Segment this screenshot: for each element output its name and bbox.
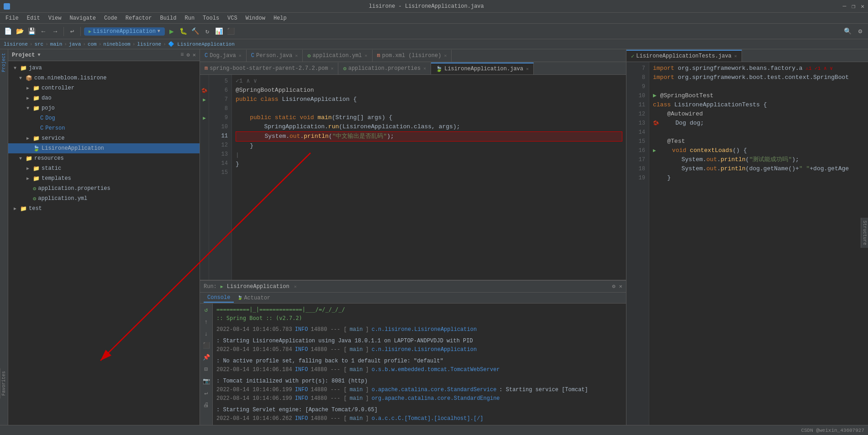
tree-pojo[interactable]: ▼ 📁 pojo — [8, 103, 200, 113]
tab-console[interactable]: Console — [204, 293, 234, 303]
right-code-content[interactable]: import org.springframework.beans.factory… — [649, 62, 868, 435]
menu-vcs[interactable]: VCS — [224, 14, 241, 22]
tab-lisirone-app[interactable]: 🍃 LisironeApplication.java ✕ — [431, 63, 534, 74]
run-button[interactable]: ▶ — [167, 26, 177, 37]
debug-button[interactable]: 🐛 — [179, 26, 189, 37]
forward-btn[interactable]: → — [50, 26, 60, 37]
breadcrumb-com[interactable]: com — [88, 42, 97, 47]
tree-dao[interactable]: ▶ 📁 dao — [8, 93, 200, 103]
menu-file[interactable]: File — [2, 14, 22, 22]
right-line-numbers: 7 8 9 10 11 12 13 14 15 16 17 18 19 — [626, 62, 649, 435]
tab-yml-close[interactable]: ✕ — [365, 53, 368, 58]
back-btn[interactable]: ← — [38, 26, 48, 37]
tab-person-close[interactable]: ✕ — [295, 53, 298, 58]
code-content[interactable]: ✓1 ∧ ∨ @SpringBootApplication public cla… — [232, 75, 626, 280]
stop-button[interactable]: ⬛ — [226, 26, 236, 37]
tab-dog-close[interactable]: ✕ — [239, 53, 242, 58]
tree-resources[interactable]: ▼ 📁 resources — [8, 153, 200, 163]
tab-pom-close[interactable]: ✕ — [444, 53, 447, 58]
print-btn[interactable]: 🖨 — [202, 400, 211, 409]
tree-app-yml[interactable]: ▶ ⚙ application.yml — [8, 194, 200, 204]
run-close-icon[interactable]: ✕ — [619, 283, 622, 290]
tab-parent-pom[interactable]: m spring-boot-starter-parent-2.7.2.pom ✕ — [200, 63, 338, 74]
run-settings-icon[interactable]: ⚙ — [612, 283, 615, 290]
breadcrumb-app[interactable]: 🔷 LisironeApplication — [168, 41, 235, 47]
scroll-up-btn[interactable]: ↑ — [202, 317, 211, 326]
tree-java[interactable]: ▼ 📁 java — [8, 63, 200, 73]
tab-appprops-close[interactable]: ✕ — [423, 66, 426, 71]
minimize-btn[interactable]: — — [843, 3, 847, 10]
editor-code-area[interactable]: 🫘 ▶ ▶ 5 6 7 8 9 — [200, 75, 626, 280]
tree-lisirone-app[interactable]: ▶ 🍃 LisironeApplication — [8, 143, 200, 153]
right-tab-bar: ✓ LisironeApplicationTests.java ✕ — [626, 49, 868, 62]
tree-dog[interactable]: ▶ C Dog — [8, 113, 200, 123]
settings-tree-icon[interactable]: ⚙ — [187, 52, 190, 58]
close-panel-icon[interactable]: ✕ — [193, 52, 196, 58]
title-bar-controls[interactable]: — ❐ ✕ — [843, 3, 864, 10]
search-everywhere-btn[interactable]: 🔍 — [842, 26, 852, 37]
menu-help[interactable]: Help — [270, 14, 290, 22]
maximize-btn[interactable]: ❐ — [852, 3, 855, 10]
filter-btn[interactable]: ⊟ — [202, 365, 211, 374]
tab-person-java[interactable]: C Person.java ✕ — [247, 50, 303, 62]
sync-btn[interactable]: ↻ — [202, 26, 212, 37]
breadcrumb-java[interactable]: java — [69, 42, 81, 47]
wrap-btn[interactable]: ↵ — [202, 388, 211, 398]
tree-static[interactable]: ▶ 📁 static — [8, 163, 200, 173]
tree-com[interactable]: ▼ 📦 com.ninebloom.lisirone — [8, 73, 200, 83]
structure-tab[interactable]: Structure — [861, 218, 868, 248]
pin-btn[interactable]: 📌 — [202, 353, 211, 362]
menu-navigate[interactable]: Navigate — [66, 14, 100, 22]
tests-tab-close[interactable]: ✕ — [734, 53, 737, 59]
favorites-tab[interactable]: Favorites — [0, 368, 7, 398]
breadcrumb-src[interactable]: src — [34, 42, 43, 47]
save-all-btn[interactable]: 💾 — [26, 26, 37, 37]
coverage-btn[interactable]: 📊 — [214, 26, 224, 37]
menu-view[interactable]: View — [45, 14, 65, 22]
menu-refactor[interactable]: Refactor — [122, 14, 156, 22]
close-btn[interactable]: ✕ — [861, 3, 864, 10]
tree-test[interactable]: ▶ 📁 test — [8, 204, 200, 214]
right-editor-content[interactable]: 7 8 9 10 11 12 13 14 15 16 17 18 19 impo… — [626, 62, 868, 435]
breadcrumb-lisirone2[interactable]: lisirone — [137, 42, 161, 47]
undo-btn[interactable]: ↩ — [67, 26, 77, 37]
menu-edit[interactable]: Edit — [23, 14, 44, 22]
scroll-down-btn[interactable]: ↓ — [202, 329, 211, 338]
camera-btn[interactable]: 📷 — [202, 377, 211, 386]
console-output[interactable]: ==========|_|=============|___/=/_/_/_/ … — [213, 304, 626, 435]
tab-pom-xml[interactable]: m pom.xml (lisirone) ✕ — [373, 50, 452, 62]
collapse-all-icon[interactable]: ≡ — [180, 52, 184, 58]
menu-tools[interactable]: Tools — [199, 14, 223, 22]
new-file-btn[interactable]: 📄 — [3, 26, 13, 37]
tab-parent-close[interactable]: ✕ — [331, 66, 333, 71]
tree-templates[interactable]: ▶ 📁 templates — [8, 173, 200, 183]
menu-code[interactable]: Code — [100, 14, 121, 22]
menu-window[interactable]: Window — [242, 14, 269, 22]
tab-tests-java[interactable]: ✓ LisironeApplicationTests.java ✕ — [626, 50, 742, 62]
build-btn[interactable]: 🔨 — [190, 26, 200, 37]
breadcrumb-main[interactable]: main — [50, 42, 62, 47]
run-close[interactable]: ✕ — [294, 284, 297, 289]
tree-person[interactable]: ▶ C Person — [8, 123, 200, 133]
annotation-autowired: @ — [667, 110, 671, 119]
tab-dog-java[interactable]: C Dog.java ✕ — [200, 50, 247, 62]
tab-lisirone-close[interactable]: ✕ — [526, 66, 529, 72]
project-dropdown[interactable]: ▼ — [37, 52, 40, 58]
menu-run[interactable]: Run — [181, 14, 198, 22]
breadcrumb-lisirone[interactable]: lisirone — [4, 42, 28, 47]
menu-build[interactable]: Build — [156, 14, 180, 22]
restart-btn[interactable]: ↺ — [202, 305, 211, 314]
tree-controller[interactable]: ▶ 📁 controller — [8, 83, 200, 93]
stop-console-btn[interactable]: ⬛ — [202, 341, 211, 350]
tree-service[interactable]: ▶ 📁 service — [8, 133, 200, 143]
breadcrumb-ninebloom[interactable]: ninebloom — [103, 42, 130, 47]
tab-yml[interactable]: ⚙ application.yml ✕ — [303, 50, 372, 62]
settings-btn[interactable]: ⚙ — [855, 26, 865, 37]
tree-app-properties[interactable]: ▶ ⚙ application.properties — [8, 183, 200, 194]
run-config-selector[interactable]: ▶ LisironeApplication ▼ — [84, 27, 165, 36]
right-num-17: 17 — [626, 155, 647, 164]
project-tab[interactable]: Project — [0, 49, 7, 76]
open-btn[interactable]: 📂 — [15, 26, 25, 37]
tab-actuator[interactable]: 🍃Actuator — [234, 294, 274, 302]
tab-app-properties[interactable]: ⚙ application.properties ✕ — [338, 63, 431, 74]
